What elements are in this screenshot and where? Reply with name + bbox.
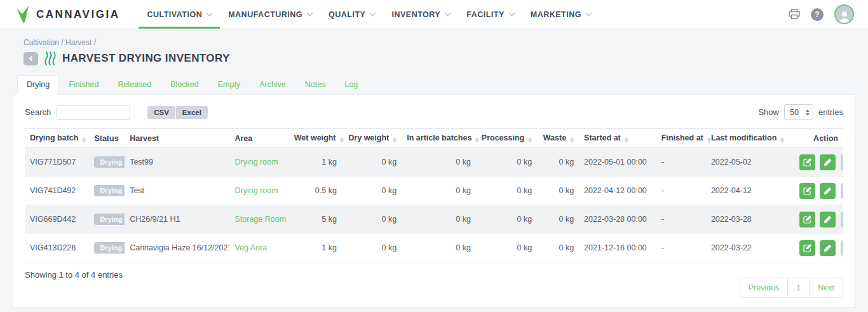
pencil-button[interactable] bbox=[820, 240, 836, 256]
cell-waste: 0 kg bbox=[537, 234, 579, 262]
edit-button[interactable] bbox=[799, 154, 815, 170]
chevron-down-icon bbox=[508, 10, 515, 17]
cell-finished-at: - bbox=[656, 205, 706, 234]
drying-icon bbox=[44, 51, 57, 65]
header-actions: ? bbox=[789, 4, 854, 24]
pencil-icon bbox=[824, 158, 832, 166]
tab-archive[interactable]: Archive bbox=[250, 75, 295, 95]
cell-dry-weight: 0 kg bbox=[342, 148, 402, 177]
pencil-button[interactable] bbox=[820, 212, 836, 227]
cell-waste: 0 kg bbox=[537, 148, 579, 177]
nav-label: MANUFACTURING bbox=[228, 10, 302, 19]
col-finished-at[interactable]: Finished at bbox=[656, 129, 706, 148]
chevron-down-icon bbox=[307, 10, 313, 17]
main-nav: CULTIVATION MANUFACTURING QUALITY INVENT… bbox=[139, 0, 599, 29]
area-link[interactable]: Drying room bbox=[234, 158, 278, 166]
cell-harvest: Cannavigia Haze 16/12/2021 bbox=[125, 234, 229, 262]
cell-wet-weight: 0.5 kg bbox=[289, 177, 342, 205]
page-1-button[interactable]: 1 bbox=[787, 278, 810, 298]
archive-button[interactable] bbox=[841, 212, 843, 227]
search-input[interactable] bbox=[57, 105, 130, 120]
tab-released[interactable]: Released bbox=[108, 75, 161, 95]
cell-last-modification: 2022-04-12 bbox=[706, 177, 792, 205]
nav-item-cultivation[interactable]: CULTIVATION bbox=[139, 0, 220, 29]
col-dry-weight[interactable]: Dry weight bbox=[342, 129, 402, 148]
archive-button[interactable] bbox=[841, 154, 843, 170]
col-waste[interactable]: Waste bbox=[537, 129, 579, 148]
pencil-button[interactable] bbox=[820, 183, 836, 199]
nav-label: MARKETING bbox=[531, 10, 581, 19]
tab-drying[interactable]: Drying bbox=[17, 75, 59, 95]
tab-log[interactable]: Log bbox=[335, 75, 367, 95]
edit-button[interactable] bbox=[799, 212, 815, 227]
pencil-square-icon bbox=[803, 244, 811, 252]
cell-in-article-batches: 0 kg bbox=[402, 177, 476, 205]
chevron-left-icon bbox=[29, 56, 34, 61]
tab-finished[interactable]: Finished bbox=[59, 75, 108, 95]
area-link[interactable]: Storage Room bbox=[234, 215, 286, 224]
next-button[interactable]: Next bbox=[809, 278, 843, 298]
nav-item-inventory[interactable]: INVENTORY bbox=[383, 0, 458, 29]
sort-icon bbox=[393, 137, 397, 143]
brand[interactable]: CANNAVIGIA bbox=[15, 0, 119, 29]
cannavigia-logo-icon bbox=[15, 5, 31, 24]
nav-item-quality[interactable]: QUALITY bbox=[320, 0, 383, 29]
help-button[interactable]: ? bbox=[811, 8, 824, 21]
cell-in-article-batches: 0 kg bbox=[402, 234, 476, 262]
page-size-select[interactable]: 50 bbox=[784, 104, 813, 120]
drying-inventory-table: Drying batch Status Harvest Area Wet wei… bbox=[25, 128, 843, 262]
sort-icon bbox=[780, 137, 784, 143]
back-button[interactable] bbox=[24, 52, 38, 65]
edit-button[interactable] bbox=[799, 240, 815, 256]
printer-icon bbox=[789, 9, 800, 20]
chevron-down-icon bbox=[445, 10, 451, 17]
col-in-article-batches[interactable]: In article batches bbox=[402, 129, 476, 148]
archive-button[interactable] bbox=[841, 183, 843, 199]
col-status: Status bbox=[89, 129, 125, 148]
tab-empty[interactable]: Empty bbox=[208, 75, 250, 95]
pencil-icon bbox=[824, 187, 832, 195]
cell-last-modification: 2022-05-02 bbox=[706, 148, 792, 177]
col-last-modification[interactable]: Last modification bbox=[706, 129, 792, 148]
col-started-at[interactable]: Started at bbox=[579, 129, 656, 148]
avatar[interactable] bbox=[834, 4, 854, 24]
nav-item-facility[interactable]: FACILITY bbox=[458, 0, 522, 29]
cell-waste: 0 kg bbox=[537, 177, 579, 205]
cell-finished-at: - bbox=[656, 177, 706, 205]
page-size-value: 50 bbox=[790, 108, 799, 117]
col-drying-batch[interactable]: Drying batch bbox=[25, 129, 89, 148]
cell-actions bbox=[792, 234, 843, 262]
csv-button[interactable]: CSV bbox=[147, 106, 175, 119]
tab-blocked[interactable]: Blocked bbox=[161, 75, 208, 95]
nav-label: CULTIVATION bbox=[147, 10, 202, 19]
col-processing[interactable]: Processing bbox=[476, 129, 537, 148]
excel-button[interactable]: Excel bbox=[176, 106, 208, 119]
cell-actions bbox=[792, 177, 843, 205]
cell-status: Drying bbox=[89, 234, 125, 262]
previous-button[interactable]: Previous bbox=[740, 278, 789, 298]
area-link[interactable]: Veg Area bbox=[234, 243, 267, 252]
pencil-icon bbox=[824, 215, 832, 224]
pencil-square-icon bbox=[803, 215, 811, 224]
content-panel: Search CSV Excel Show 50 entries bbox=[13, 94, 855, 308]
cell-wet-weight: 5 kg bbox=[289, 205, 342, 234]
nav-label: FACILITY bbox=[466, 10, 505, 19]
pencil-button[interactable] bbox=[820, 154, 836, 170]
cell-harvest: Test bbox=[125, 177, 229, 205]
cell-wet-weight: 1 kg bbox=[289, 148, 342, 177]
area-link[interactable]: Drying room bbox=[234, 186, 278, 195]
col-wet-weight[interactable]: Wet weight bbox=[289, 129, 342, 148]
nav-item-manufacturing[interactable]: MANUFACTURING bbox=[220, 0, 320, 29]
tab-notes[interactable]: Notes bbox=[295, 75, 336, 95]
sort-icon bbox=[340, 137, 344, 143]
cell-drying-batch: VIG741D492 bbox=[25, 177, 89, 205]
print-button[interactable] bbox=[789, 9, 800, 20]
nav-label: QUALITY bbox=[329, 10, 365, 19]
edit-button[interactable] bbox=[799, 183, 815, 199]
archive-button[interactable] bbox=[841, 240, 843, 256]
cell-processing: 0 kg bbox=[476, 148, 537, 177]
question-mark-icon: ? bbox=[815, 10, 819, 19]
cell-started-at: 2022-03-28 00:00 bbox=[579, 205, 656, 234]
cell-dry-weight: 0 kg bbox=[342, 234, 402, 262]
nav-item-marketing[interactable]: MARKETING bbox=[522, 0, 599, 29]
